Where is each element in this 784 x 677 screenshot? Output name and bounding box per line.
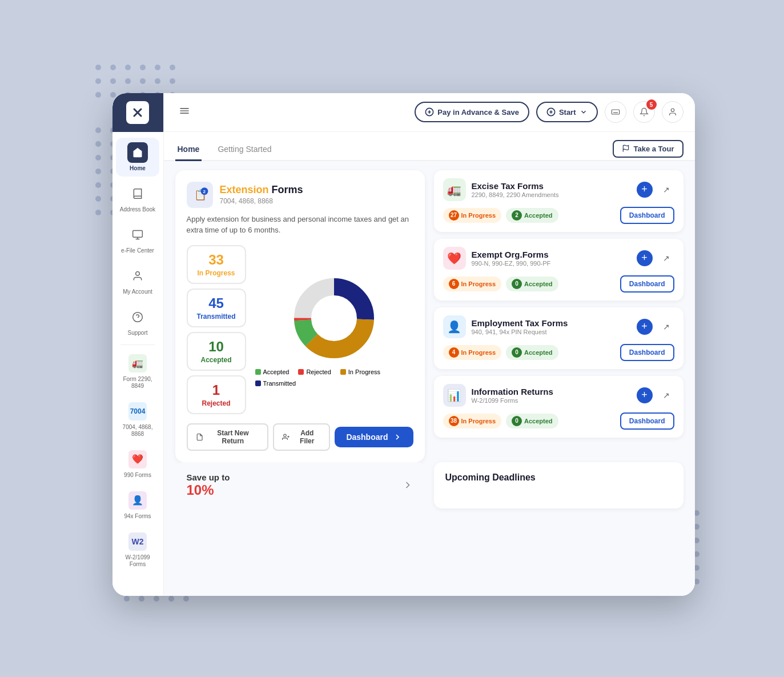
deadlines-card: Upcoming Deadlines [434, 462, 684, 508]
add-filer-button[interactable]: Add Filer [273, 423, 330, 451]
tab-getting-started[interactable]: Getting Started [215, 139, 274, 161]
tab-home[interactable]: Home [175, 139, 202, 161]
svg-point-4 [133, 312, 143, 322]
exempt-in-progress-badge: 6 In Progress [443, 277, 502, 291]
user-profile-button[interactable] [662, 101, 684, 123]
main-content: Pay in Advance & Save Start [164, 93, 695, 596]
exempt-org-card: ❤️ Exempt Org.Forms 990-N, 990-EZ, 990, … [434, 239, 684, 301]
app-shell: Home Address Book [112, 93, 695, 596]
sidebar-item-form2290[interactable]: 🚛 Form 2290, 8849 [116, 348, 159, 394]
exempt-accepted-badge: 0 Accepted [506, 277, 558, 291]
topbar: Pay in Advance & Save Start [164, 93, 695, 132]
excise-in-progress-badge: 27 In Progress [443, 208, 502, 223]
excise-tax-icon: 🚛 [443, 178, 466, 201]
exempt-org-icon: ❤️ [443, 247, 466, 270]
stat-transmitted-count: 45 [197, 295, 236, 311]
sidebar-efile-label: e-File Center [121, 247, 154, 254]
donut-chart [288, 273, 380, 364]
start-button[interactable]: Start [536, 102, 598, 122]
exempt-org-expand-button[interactable]: ↗ [658, 250, 674, 266]
extension-card-subtitle: 7004, 4868, 8868 [220, 197, 303, 205]
employment-tax-subtitle: 940, 941, 94x PIN Request [472, 329, 631, 335]
sidebar-home-label: Home [130, 165, 146, 172]
legend-in-progress: In Progress [340, 368, 380, 375]
legend-accepted: Accepted [255, 368, 290, 375]
exempt-org-add-button[interactable]: + [637, 250, 653, 266]
excise-accepted-badge: 2 Accepted [506, 208, 558, 223]
sidebar-item-94x[interactable]: 👤 94x Forms [116, 486, 159, 524]
logo-area [112, 93, 163, 132]
notification-badge: 5 [646, 99, 657, 110]
save-card-text: Save up to [187, 472, 230, 482]
sidebar-account-label: My Account [123, 289, 152, 295]
app-logo[interactable] [126, 101, 149, 124]
employment-tax-card: 👤 Employment Tax Forms 940, 941, 94x PIN… [434, 307, 684, 369]
stat-in-progress-count: 33 [197, 252, 236, 268]
stats-chart-row: 33 In Progress 45 Transmitted 10 Accepte… [187, 245, 413, 414]
sidebar: Home Address Book [112, 93, 164, 596]
sidebar-w2-label: W-2/1099 Forms [118, 554, 157, 568]
pay-advance-label: Pay in Advance & Save [437, 108, 519, 117]
sidebar-990-label: 990 Forms [124, 472, 151, 479]
excise-tax-add-button[interactable]: + [637, 182, 653, 198]
excise-dashboard-button[interactable]: Dashboard [620, 207, 674, 224]
extension-dashboard-button[interactable]: Dashboard [335, 427, 413, 447]
information-returns-add-button[interactable]: + [637, 387, 653, 403]
deadlines-title: Upcoming Deadlines [445, 472, 672, 483]
exempt-org-subtitle: 990-N, 990-EZ, 990, 990-PF [472, 260, 631, 267]
tab-bar: Home Getting Started Take a Tour [164, 132, 695, 161]
svg-rect-0 [133, 230, 143, 237]
sidebar-item-support[interactable]: Support [116, 302, 159, 341]
sidebar-nav: Home Address Book [112, 132, 163, 596]
notification-button[interactable]: 5 [633, 101, 655, 123]
sidebar-item-efile-center[interactable]: e-File Center [116, 220, 159, 259]
legend-rejected-dot [298, 369, 304, 375]
information-returns-icon: 📊 [443, 384, 466, 407]
stat-accepted-count: 10 [197, 339, 236, 355]
stat-accepted: 10 Accepted [187, 332, 246, 371]
extension-card-header: 📋 2 Extension Forms 7004, 4868, 8868 [187, 182, 413, 208]
save-card-arrow-icon [402, 479, 413, 491]
keyboard-button[interactable] [605, 101, 626, 123]
employment-dashboard-button[interactable]: Dashboard [620, 344, 674, 361]
stat-rejected-count: 1 [197, 382, 236, 398]
menu-button[interactable] [175, 102, 194, 123]
info-in-progress-badge: 38 In Progress [443, 414, 502, 428]
information-returns-expand-button[interactable]: ↗ [658, 387, 674, 403]
stat-accepted-label: Accepted [197, 356, 236, 364]
legend-transmitted: Transmitted [255, 380, 296, 387]
save-card-percent: 10% [187, 482, 230, 498]
stat-transmitted: 45 Transmitted [187, 289, 246, 327]
save-card[interactable]: Save up to 10% [175, 462, 425, 508]
start-label: Start [559, 108, 576, 117]
sidebar-7004-label: 7004, 4868, 8868 [118, 424, 157, 438]
legend-accepted-dot [255, 369, 261, 375]
info-dashboard-button[interactable]: Dashboard [620, 412, 674, 430]
sidebar-item-990[interactable]: ❤️ 990 Forms [116, 444, 159, 483]
sidebar-item-w2[interactable]: W2 W-2/1099 Forms [116, 527, 159, 572]
sidebar-item-my-account[interactable]: My Account [116, 261, 159, 300]
chart-legend: Accepted Rejected In Progr [255, 368, 413, 387]
sidebar-item-address-book[interactable]: Address Book [116, 179, 159, 218]
excise-tax-expand-button[interactable]: ↗ [658, 182, 674, 198]
start-new-return-button[interactable]: Start New Return [187, 423, 268, 451]
employment-in-progress-badge: 4 In Progress [443, 345, 502, 360]
sidebar-item-7004[interactable]: 7004 7004, 4868, 8868 [116, 396, 159, 442]
extension-card-title: Extension Forms [220, 184, 303, 196]
employment-tax-add-button[interactable]: + [637, 319, 653, 335]
excise-tax-subtitle: 2290, 8849, 2290 Amendments [472, 191, 631, 198]
excise-tax-card: 🚛 Excise Tax Forms 2290, 8849, 2290 Amen… [434, 170, 684, 232]
sidebar-item-home[interactable]: Home [116, 138, 159, 177]
extension-forms-card: 📋 2 Extension Forms 7004, 4868, 8868 [175, 170, 425, 462]
donut-chart-wrapper: Accepted Rejected In Progr [255, 273, 413, 387]
take-tour-button[interactable]: Take a Tour [613, 140, 683, 158]
services-column: 🚛 Excise Tax Forms 2290, 8849, 2290 Amen… [434, 170, 684, 462]
extension-card-description: Apply extension for business and persona… [187, 214, 413, 236]
exempt-dashboard-button[interactable]: Dashboard [620, 275, 674, 293]
pay-advance-button[interactable]: Pay in Advance & Save [415, 102, 529, 122]
svg-point-16 [671, 109, 674, 111]
information-returns-title: Information Returns [472, 387, 631, 396]
extension-icon: 📋 2 [187, 182, 213, 208]
content-grid: 📋 2 Extension Forms 7004, 4868, 8868 [175, 161, 684, 462]
employment-tax-expand-button[interactable]: ↗ [658, 319, 674, 335]
